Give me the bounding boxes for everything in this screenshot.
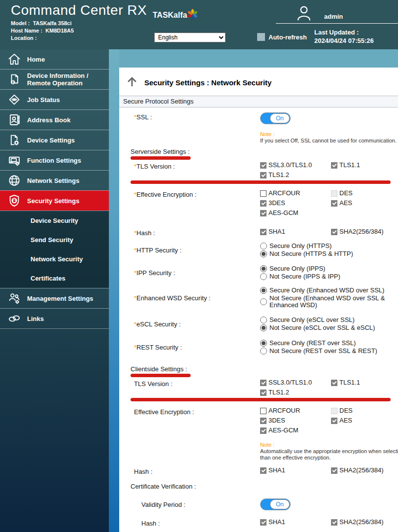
sidebar-item-device-information[interactable]: Device Information / Remote Operation <box>0 69 109 89</box>
checkbox-checked[interactable] <box>331 467 337 474</box>
sidebar-item-address-book[interactable]: Address Book <box>0 109 109 130</box>
radio-selected[interactable] <box>260 324 267 331</box>
checkbox-checked[interactable] <box>331 418 337 424</box>
radio-selected[interactable] <box>260 340 267 347</box>
checkbox-checked[interactable] <box>260 418 266 424</box>
radio-selected[interactable] <box>260 287 267 294</box>
checkbox-option: SHA1 <box>260 467 331 474</box>
sidebar-item-security-settings[interactable]: Security Settings <box>0 190 109 211</box>
auto-refresh-checkbox[interactable] <box>257 33 265 41</box>
escl-security-label: *eSCL Security : <box>119 317 260 328</box>
taskalfa-logo: TASKalfa <box>153 8 199 23</box>
radio-unselected[interactable] <box>260 298 267 305</box>
checkbox-checked[interactable] <box>260 390 266 396</box>
encryption-note: Note :Automatically use the appropriate … <box>260 442 398 461</box>
checkbox-checked[interactable] <box>260 162 266 169</box>
certificate-hash-row: Hash : SHA1 SHA2(256/384) <box>119 519 398 527</box>
page: Command Center RX Model : TASKalfa 358ci… <box>0 0 398 532</box>
certificate-hash-label: Hash : <box>119 519 260 527</box>
checkbox-option: DES <box>331 190 353 197</box>
radio-unselected[interactable] <box>260 317 267 323</box>
rest-security-label: *REST Security : <box>119 340 260 351</box>
checkbox-option: AES <box>331 417 353 424</box>
back-up-arrow-icon[interactable] <box>126 75 138 90</box>
sidebar-item-management-settings[interactable]: Management Settings <box>0 288 109 308</box>
checkbox-checked[interactable] <box>331 519 337 526</box>
annotation-underline <box>131 374 191 377</box>
clientside-tls-row: TLS Version : SSL3.0/TLS1.0 TLS1.1 TLS1.… <box>119 379 398 396</box>
radio-unselected[interactable] <box>260 243 267 249</box>
job-status-icon <box>7 92 22 107</box>
clientside-heading: Clientside Settings : <box>119 365 398 373</box>
sidebar-item-job-status[interactable]: Job Status <box>0 89 109 109</box>
checkbox-option: 3DES <box>260 200 331 207</box>
checkbox-checked[interactable] <box>260 210 266 216</box>
accent-strip <box>109 49 119 532</box>
network-settings-icon <box>7 173 22 188</box>
checkbox-option: ARCFOUR <box>260 407 331 414</box>
checkbox-checked[interactable] <box>260 380 266 386</box>
serverside-encryption-row: *Effective Encryption : ARCFOUR DES 3DES… <box>119 190 398 216</box>
serverside-tls-row: *TLS Version : SSL3.0/TLS1.0 TLS1.1 TLS1… <box>119 162 398 178</box>
checkbox-option: SHA1 <box>260 228 331 235</box>
sidebar-item-function-settings[interactable]: Function Settings <box>0 150 109 170</box>
checkbox-option: DES <box>331 407 353 414</box>
checkbox-checked[interactable] <box>331 380 337 386</box>
sidebar-item-home[interactable]: Home <box>0 49 109 69</box>
taskalfa-logo-text: TASKalfa <box>153 11 187 20</box>
annotation-underline <box>131 156 191 160</box>
submenu-item-device-security[interactable]: Device Security <box>0 211 109 230</box>
radio-selected[interactable] <box>260 250 267 257</box>
submenu-item-send-security[interactable]: Send Security <box>0 230 109 249</box>
checkbox-option: AES <box>331 200 353 207</box>
validity-period-toggle[interactable]: On <box>260 498 291 510</box>
sidebar-item-network-settings[interactable]: Network Settings <box>0 170 109 190</box>
checkbox-unchecked[interactable] <box>260 190 266 197</box>
ssl-row: *SSL : On <box>119 112 398 124</box>
checkbox-checked[interactable] <box>260 427 266 434</box>
clientside-hash-label: Hash : <box>119 467 260 475</box>
device-info-block: Model : TASKalfa 358ci Host Name : KM8D1… <box>11 20 74 42</box>
sidebar-item-links[interactable]: Links <box>0 308 109 328</box>
sidebar-item-device-settings[interactable]: Device Settings <box>0 130 109 150</box>
checkbox-option: AES-GCM <box>260 427 331 434</box>
checkbox-option: AES-GCM <box>260 210 331 216</box>
checkbox-checked[interactable] <box>260 229 266 235</box>
radio-option: Secure Only (Enhanced WSD over SSL) <box>260 287 389 294</box>
escl-security-row: *eSCL Security : Secure Only (eSCL over … <box>119 317 398 331</box>
ssl-note: Note :If you select Off, SSL cannot be u… <box>260 131 398 144</box>
radio-option: Secure Only (eSCL over SSL) <box>260 317 375 323</box>
auto-refresh-control: Auto-refresh <box>257 33 307 41</box>
certificate-verification-heading: Certificate Verification : <box>119 483 398 490</box>
language-select[interactable]: English <box>154 33 226 42</box>
radio-option: Not Secure (Enhanced WSD over SSL & Enha… <box>260 295 389 309</box>
ssl-toggle[interactable]: On <box>260 112 291 124</box>
location-line: Location : <box>11 35 74 42</box>
user-box: admin <box>295 4 343 25</box>
submenu-item-network-security[interactable]: Network Security <box>0 249 109 269</box>
checkbox-checked[interactable] <box>260 172 266 178</box>
checkbox-option: SHA2(256/384) <box>331 228 384 235</box>
device-settings-icon <box>7 133 22 147</box>
radio-unselected[interactable] <box>260 348 267 355</box>
checkbox-checked[interactable] <box>260 519 266 526</box>
radio-unselected[interactable] <box>260 273 267 280</box>
sidebar: Home Device Information / Remote Operati… <box>0 49 109 532</box>
checkbox-unchecked[interactable] <box>260 408 266 414</box>
submenu-item-certificates[interactable]: Certificates <box>0 269 109 288</box>
checkbox-option: SSL3.0/TLS1.0 <box>260 162 331 169</box>
security-settings-shield-icon <box>7 193 22 208</box>
checkbox-checked[interactable] <box>331 200 337 207</box>
model-line: Model : TASKalfa 358ci <box>11 20 74 27</box>
ssl-toggle-knob: On <box>270 113 290 123</box>
checkbox-option: SHA2(256/384) <box>331 467 384 474</box>
ipp-security-label: *IPP Security : <box>119 265 260 277</box>
device-information-icon <box>7 72 22 87</box>
checkbox-checked[interactable] <box>331 229 337 235</box>
checkbox-checked[interactable] <box>331 162 337 169</box>
username: admin <box>324 13 343 20</box>
clientside-encryption-row: Effective Encryption : ARCFOUR DES 3DES … <box>119 407 398 434</box>
checkbox-checked[interactable] <box>260 200 266 207</box>
checkbox-checked[interactable] <box>260 467 266 474</box>
radio-selected[interactable] <box>260 265 267 272</box>
